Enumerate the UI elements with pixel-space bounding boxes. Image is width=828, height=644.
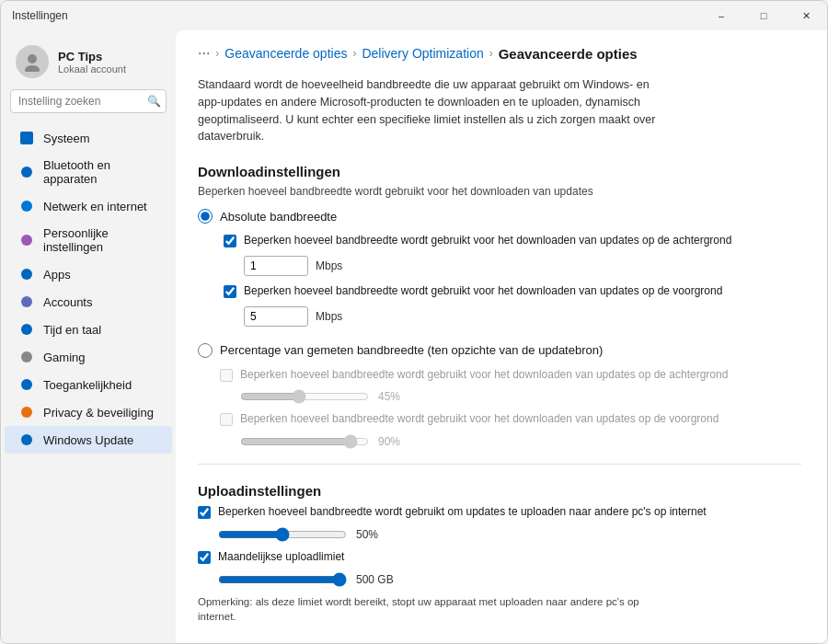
svg-point-10 <box>21 379 32 390</box>
sidebar-item-windowsupdate[interactable]: Windows Update <box>5 426 172 454</box>
upload-section: Uploadinstellingen Beperken hoeveel band… <box>198 483 801 624</box>
toegankelijkheid-icon <box>19 377 34 392</box>
apps-icon <box>19 267 34 282</box>
mbps-row-voorgrond: Mbps <box>244 306 801 327</box>
sidebar-item-privacy[interactable]: Privacy & beveiliging <box>5 398 172 426</box>
checkbox-upload-internet[interactable]: Beperken hoeveel bandbreedte wordt gebru… <box>198 504 801 520</box>
slider-voorgrond-pct <box>240 434 369 449</box>
slider-upload-internet[interactable] <box>218 527 347 542</box>
persoonlijk-icon <box>19 233 34 247</box>
checkbox-achtergrond-input[interactable] <box>224 235 236 247</box>
slider-row-maandelijks: 500 GB <box>218 572 801 587</box>
content-area: ··· › Geavanceerde opties › Delivery Opt… <box>176 30 827 643</box>
accounts-icon <box>19 294 34 309</box>
mbps-label-achtergrond: Mbps <box>316 259 342 272</box>
sidebar-label-apps: Apps <box>43 268 71 282</box>
absolute-sub-options: Beperken hoeveel bandbreedte wordt gebru… <box>220 233 801 334</box>
close-button[interactable]: ✕ <box>785 1 827 30</box>
sidebar-item-systeem[interactable]: Systeem <box>5 124 172 152</box>
privacy-icon <box>19 405 34 420</box>
checkbox-achtergrond-pct-label: Beperken hoeveel bandbreedte wordt gebru… <box>240 367 728 383</box>
sidebar-label-accounts: Accounts <box>43 295 92 309</box>
sidebar-label-persoonlijk: Persoonlijke instellingen <box>43 226 157 254</box>
slider-maandelijks[interactable] <box>218 572 347 587</box>
systeem-icon <box>19 131 34 145</box>
search-box: 🔍 <box>10 89 167 113</box>
svg-point-12 <box>21 434 32 445</box>
breadcrumb-dots[interactable]: ··· <box>198 45 210 62</box>
user-subtitle: Lokaal account <box>58 63 126 75</box>
avatar <box>16 45 49 78</box>
checkbox-achtergrond[interactable]: Beperken hoeveel bandbreedte wordt gebru… <box>224 233 801 248</box>
checkbox-voorgrond-pct: Beperken hoeveel bandbreedte wordt gebru… <box>220 411 801 427</box>
mbps-input-voorgrond[interactable] <box>244 306 308 327</box>
sidebar-label-privacy: Privacy & beveiliging <box>43 406 154 420</box>
slider-value-maandelijks: 500 GB <box>356 573 394 586</box>
radio-percentage-input[interactable] <box>198 343 213 358</box>
maximize-button[interactable]: □ <box>742 1 785 30</box>
windowsupdate-icon <box>19 432 34 447</box>
sidebar-item-netwerk[interactable]: Netwerk en internet <box>5 192 172 220</box>
svg-point-5 <box>21 235 32 246</box>
sidebar-item-apps[interactable]: Apps <box>5 260 172 288</box>
mbps-input-achtergrond[interactable] <box>244 256 308 276</box>
user-name: PC Tips <box>58 50 126 63</box>
slider-row-upload-internet: 50% <box>218 527 801 542</box>
breadcrumb-sep-1: › <box>215 47 219 60</box>
svg-point-0 <box>28 54 37 63</box>
sidebar-item-accounts[interactable]: Accounts <box>5 288 172 316</box>
titlebar: Instellingen – □ ✕ <box>1 1 827 30</box>
sidebar-item-tijdtaal[interactable]: Tijd en taal <box>5 316 172 343</box>
upload-note: Opmerking: als deze limiet wordt bereikt… <box>198 594 658 624</box>
checkbox-achtergrond-pct: Beperken hoeveel bandbreedte wordt gebru… <box>220 367 801 383</box>
checkbox-voorgrond-pct-input <box>220 413 233 426</box>
user-info: PC Tips Lokaal account <box>58 50 126 75</box>
checkbox-voorgrond-input[interactable] <box>224 285 236 298</box>
breadcrumb-link-2[interactable]: Delivery Optimization <box>362 46 483 61</box>
radio-percentage[interactable]: Percentage van gemeten bandbreedte (ten … <box>198 343 801 358</box>
upload-section-title: Uploadinstellingen <box>198 483 801 499</box>
sidebar-item-persoonlijk[interactable]: Persoonlijke instellingen <box>5 220 172 260</box>
checkbox-achtergrond-label: Beperken hoeveel bandbreedte wordt gebru… <box>244 233 731 248</box>
sidebar-item-toegankelijkheid[interactable]: Toegankelijkheid <box>5 371 172 398</box>
page-description: Standaard wordt de hoeveelheid bandbreed… <box>198 76 658 145</box>
minimize-button[interactable]: – <box>700 1 742 30</box>
slider-row-voorgrond-pct: 90% <box>240 434 801 449</box>
checkbox-voorgrond[interactable]: Beperken hoeveel bandbreedte wordt gebru… <box>224 283 801 299</box>
slider-value-voorgrond-pct: 90% <box>378 435 400 448</box>
user-section: PC Tips Lokaal account <box>1 38 176 89</box>
svg-point-11 <box>21 407 32 418</box>
sidebar-label-windowsupdate: Windows Update <box>43 433 133 447</box>
search-input[interactable] <box>10 89 167 113</box>
sidebar-label-toegankelijkheid: Toegankelijkheid <box>43 378 132 392</box>
radio-absolute-input[interactable] <box>198 209 213 224</box>
sidebar-nav: Systeem Bluetooth en apparaten Netwerk e… <box>1 124 176 454</box>
checkbox-upload-internet-label: Beperken hoeveel bandbreedte wordt gebru… <box>218 504 707 520</box>
sidebar-item-bluetooth[interactable]: Bluetooth en apparaten <box>5 152 172 192</box>
checkbox-voorgrond-label: Beperken hoeveel bandbreedte wordt gebru… <box>244 283 722 299</box>
sidebar-label-netwerk: Netwerk en internet <box>43 200 147 213</box>
sidebar-label-bluetooth: Bluetooth en apparaten <box>43 158 157 186</box>
window: Instellingen – □ ✕ PC Tips Lokaal accoun… <box>0 0 828 644</box>
download-section: Downloadinstellingen Beperken hoeveel ba… <box>198 164 801 449</box>
checkbox-achtergrond-pct-input <box>220 369 233 382</box>
sidebar-item-gaming[interactable]: Gaming <box>5 343 172 371</box>
svg-point-7 <box>21 296 32 307</box>
percentage-sub-options: Beperken hoeveel bandbreedte wordt gebru… <box>220 367 801 450</box>
radio-absolute[interactable]: Absolute bandbreedte <box>198 209 801 224</box>
mbps-label-voorgrond: Mbps <box>316 310 342 323</box>
radio-absolute-label: Absolute bandbreedte <box>220 210 337 224</box>
bluetooth-icon <box>19 165 34 179</box>
main-layout: PC Tips Lokaal account 🔍 Systeem <box>1 30 827 643</box>
svg-rect-2 <box>20 132 33 144</box>
svg-point-4 <box>21 201 32 212</box>
breadcrumb-link-1[interactable]: Geavanceerde opties <box>224 46 347 61</box>
window-controls: – □ ✕ <box>700 1 827 30</box>
breadcrumb-sep-3: › <box>489 47 493 60</box>
sidebar: PC Tips Lokaal account 🔍 Systeem <box>1 30 176 643</box>
checkbox-maandelijks-input[interactable] <box>198 551 211 564</box>
checkbox-upload-internet-input[interactable] <box>198 506 211 519</box>
section-divider <box>198 464 801 465</box>
window-title: Instellingen <box>12 9 68 22</box>
checkbox-maandelijks[interactable]: Maandelijkse uploadlimiet <box>198 549 801 565</box>
